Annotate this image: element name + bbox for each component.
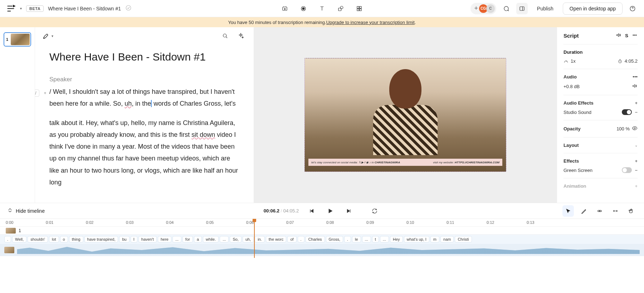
green-screen-toggle[interactable] bbox=[622, 167, 632, 173]
sparkle-icon[interactable] bbox=[235, 30, 247, 42]
word-chip[interactable]: Hey bbox=[390, 236, 403, 242]
word-chip[interactable]: have transpired, bbox=[84, 236, 118, 242]
word-chip[interactable]: while. bbox=[203, 236, 219, 242]
more-icon[interactable] bbox=[632, 32, 638, 39]
search-icon[interactable] bbox=[219, 30, 231, 42]
comments-icon[interactable] bbox=[501, 3, 512, 14]
blade-tool-icon[interactable] bbox=[578, 205, 590, 217]
help-icon[interactable] bbox=[627, 3, 638, 14]
shapes-icon[interactable] bbox=[335, 3, 346, 14]
transcript-text[interactable]: / Well, I shouldn't say a lot of things … bbox=[49, 86, 239, 188]
timeline[interactable]: 0:000:010:020:030:040:050:060:070:080:09… bbox=[0, 218, 644, 258]
word-chip[interactable]: a bbox=[194, 236, 202, 242]
collaborators[interactable]: + CG C bbox=[470, 3, 496, 14]
add-line-button[interactable]: + bbox=[42, 90, 49, 97]
play-icon[interactable] bbox=[325, 205, 336, 217]
word-chip[interactable]: Charles bbox=[306, 236, 325, 242]
playhead[interactable] bbox=[254, 219, 255, 258]
word-chip[interactable]: bu bbox=[119, 236, 129, 242]
publish-button[interactable]: Publish bbox=[532, 4, 558, 14]
word-chip[interactable]: ... bbox=[172, 236, 181, 242]
ruler-tick: 0:03 bbox=[126, 220, 133, 225]
word-chip[interactable]: I bbox=[131, 236, 137, 242]
hide-timeline-button[interactable]: Hide timeline bbox=[16, 208, 45, 214]
timeline-collapse-icon[interactable] bbox=[7, 207, 13, 214]
word-chip[interactable]: Well, bbox=[12, 236, 26, 242]
waveform-track[interactable] bbox=[0, 244, 644, 256]
templates-icon[interactable] bbox=[353, 3, 365, 14]
word-chip[interactable]: the worc bbox=[266, 236, 287, 242]
speaker-initial-button[interactable]: S bbox=[625, 33, 628, 38]
hand-tool-icon[interactable] bbox=[625, 205, 637, 217]
word-chip[interactable]: le bbox=[352, 236, 361, 242]
prev-icon[interactable] bbox=[306, 205, 317, 217]
svg-rect-9 bbox=[360, 9, 361, 10]
upgrade-link[interactable]: Upgrade to increase your transcription l… bbox=[326, 20, 415, 25]
timeline-ruler[interactable]: 0:000:010:020:030:040:050:060:070:080:09… bbox=[0, 219, 644, 227]
track-header[interactable]: 1 bbox=[0, 227, 644, 235]
avatar-user-2[interactable]: C bbox=[486, 4, 495, 13]
resize-tool-icon[interactable] bbox=[610, 205, 621, 217]
word-chip[interactable]: uh, bbox=[243, 236, 254, 242]
remove-green-icon[interactable]: − bbox=[635, 168, 638, 173]
text-icon[interactable] bbox=[316, 3, 328, 14]
word-chip[interactable]: ... bbox=[380, 236, 389, 242]
word-chip[interactable]: of bbox=[287, 236, 296, 242]
word-chip[interactable]: m bbox=[430, 236, 439, 242]
add-effect-icon[interactable]: + bbox=[635, 100, 638, 106]
audio-volume-icon[interactable] bbox=[632, 83, 638, 90]
next-icon[interactable] bbox=[343, 205, 355, 217]
layout-section[interactable]: Layout⌄ bbox=[564, 143, 638, 148]
word-chip[interactable]: So, bbox=[230, 236, 241, 242]
video-frame[interactable]: let's stay connected on social media: 𝕏 … bbox=[304, 58, 506, 172]
open-desktop-button[interactable]: Open in desktop app bbox=[563, 3, 623, 15]
gain-value[interactable]: +0.8 dB bbox=[564, 84, 580, 89]
word-chip[interactable]: o bbox=[60, 236, 68, 242]
document-title[interactable]: Where Have I Been - Sitdown #1 bbox=[48, 6, 121, 11]
audio-more-icon[interactable]: ••• bbox=[633, 74, 638, 80]
edit-tool-dropdown[interactable]: ▾ bbox=[42, 32, 53, 39]
word-chip[interactable]: . bbox=[298, 236, 304, 242]
speaker-label[interactable]: Speaker bbox=[49, 76, 239, 83]
chevron-down-icon[interactable]: ▾ bbox=[20, 6, 22, 10]
link-tool-icon[interactable] bbox=[594, 205, 605, 217]
volume-icon[interactable] bbox=[616, 32, 621, 39]
opacity-value[interactable]: 100 % bbox=[616, 126, 630, 131]
word-chip[interactable]: thing bbox=[69, 236, 83, 242]
word-chip[interactable]: for bbox=[182, 236, 193, 242]
word-track[interactable]: .Well,shouldn'lotothinghave transpired,b… bbox=[0, 235, 644, 244]
line-marker[interactable]: / bbox=[35, 90, 39, 97]
page-title[interactable]: Where Have I Been - Sitdown #1 bbox=[49, 51, 239, 63]
studio-sound-toggle[interactable] bbox=[622, 109, 632, 115]
word-chip[interactable]: t bbox=[372, 236, 379, 242]
word-chip[interactable]: what's up, I bbox=[404, 236, 429, 242]
loop-icon[interactable] bbox=[369, 205, 380, 217]
add-fx-icon[interactable]: + bbox=[635, 158, 638, 164]
svg-point-19 bbox=[599, 210, 602, 212]
record-icon[interactable] bbox=[298, 3, 309, 14]
word-chip[interactable]: ... bbox=[220, 236, 229, 242]
ruler-tick: 0:00 bbox=[6, 220, 13, 225]
word-chip[interactable]: lot bbox=[49, 236, 59, 242]
word-chip[interactable]: in. bbox=[255, 236, 265, 242]
scene-thumbnail-1[interactable]: 1 bbox=[4, 32, 31, 47]
word-chip[interactable]: . bbox=[4, 236, 11, 242]
word-chip[interactable]: Gross, bbox=[326, 236, 343, 242]
word-chip[interactable]: Christi bbox=[455, 236, 472, 242]
remove-effect-icon[interactable]: − bbox=[635, 110, 638, 115]
media-icon[interactable] bbox=[279, 3, 291, 14]
panel-toggle-icon[interactable] bbox=[516, 3, 528, 14]
select-tool-icon[interactable] bbox=[562, 205, 574, 217]
word-chip[interactable]: haven't bbox=[138, 236, 157, 242]
word-chip[interactable]: nam bbox=[440, 236, 454, 242]
word-chip[interactable]: here bbox=[158, 236, 171, 242]
app-menu[interactable] bbox=[6, 4, 16, 14]
word-chip[interactable]: ... bbox=[362, 236, 371, 242]
word-chip[interactable]: . bbox=[344, 236, 351, 242]
total-time: 04:05.2 bbox=[283, 208, 299, 213]
visibility-icon[interactable] bbox=[632, 125, 638, 132]
animation-section[interactable]: Animation+ bbox=[564, 183, 638, 189]
word-chip[interactable]: shouldn' bbox=[28, 236, 48, 242]
video-preview[interactable]: let's stay connected on social media: 𝕏 … bbox=[254, 27, 557, 203]
speed-control[interactable]: 1x bbox=[564, 58, 576, 64]
